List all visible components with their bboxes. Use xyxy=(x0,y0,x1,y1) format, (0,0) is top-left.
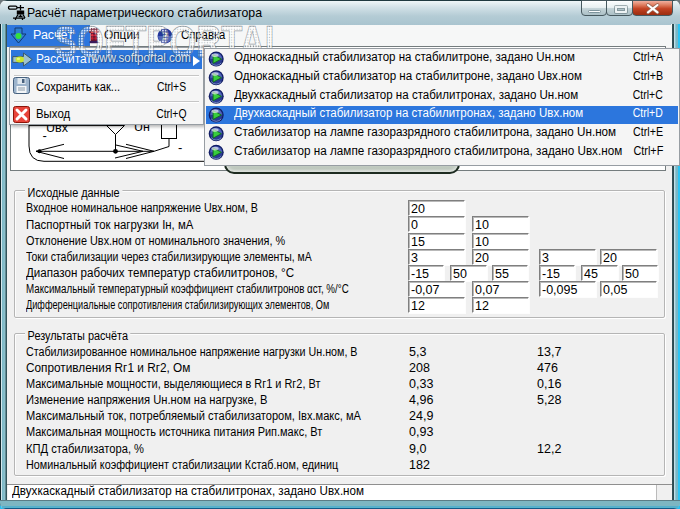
svg-text:?: ? xyxy=(162,29,168,43)
svg-text:-: - xyxy=(43,128,47,143)
svg-text:-: - xyxy=(178,140,182,155)
